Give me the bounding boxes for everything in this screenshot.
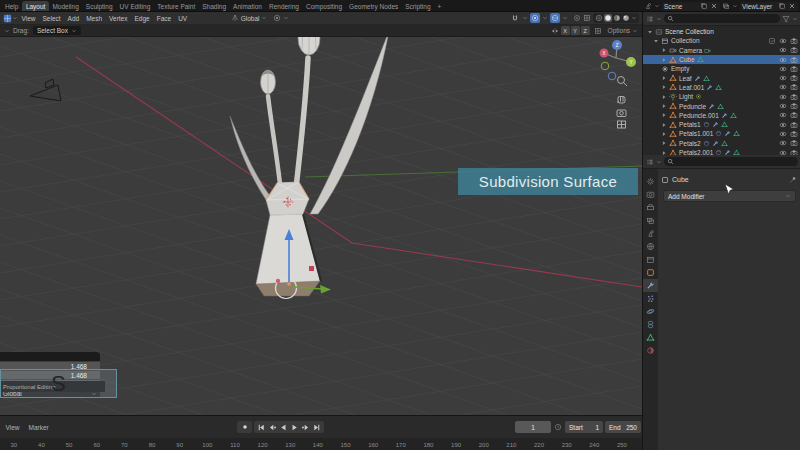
object-name[interactable]: Petals1 — [679, 121, 701, 128]
frame-ruler[interactable]: 3040506070809010011012013014015016017018… — [0, 438, 642, 450]
playback-button[interactable] — [267, 422, 278, 432]
disable-render-icon[interactable] — [790, 65, 798, 73]
new-viewlayer-icon[interactable] — [778, 2, 786, 10]
object-name[interactable]: Leaf — [679, 75, 692, 82]
outliner-filter-icon[interactable] — [782, 15, 790, 23]
tool-settings-chevron-icon[interactable] — [4, 28, 10, 34]
workspace-tab[interactable]: Modeling — [49, 1, 82, 11]
properties-tab[interactable] — [643, 344, 658, 357]
properties-search[interactable] — [664, 157, 798, 166]
playback-button[interactable] — [278, 422, 289, 432]
editor-type-icon[interactable] — [3, 14, 12, 23]
disable-render-icon[interactable] — [790, 111, 798, 119]
hide-icon[interactable] — [779, 93, 787, 101]
snap-base-icon[interactable] — [594, 27, 602, 35]
active-tool-dropdown[interactable]: Select Box — [33, 26, 81, 35]
outliner-object-row[interactable]: Petals2 — [643, 139, 800, 148]
proportional-editing-toggle[interactable] — [530, 13, 540, 23]
scene-icon[interactable] — [644, 2, 652, 10]
display-mode-chevron-icon[interactable] — [656, 16, 662, 22]
show-overlays-icon[interactable] — [583, 14, 591, 22]
properties-tab[interactable] — [643, 253, 658, 266]
navigation-gizmo[interactable]: X Z Y — [600, 40, 637, 80]
timeline-menu[interactable]: Marker — [25, 424, 52, 431]
workspace-tab[interactable]: Shading — [199, 1, 230, 11]
hide-icon[interactable] — [779, 37, 787, 45]
hide-icon[interactable] — [779, 102, 787, 110]
viewlayer-browse-chevron-icon[interactable] — [732, 3, 738, 9]
properties-display-icon[interactable] — [646, 158, 654, 166]
playback-button[interactable] — [256, 422, 267, 432]
properties-tab[interactable] — [643, 279, 658, 292]
exclude-checkbox-icon[interactable] — [768, 37, 776, 45]
workspace-tab[interactable]: Layout — [22, 1, 49, 11]
properties-tab[interactable] — [643, 331, 658, 344]
properties-tab[interactable] — [643, 318, 658, 331]
solid-shading-icon[interactable] — [604, 14, 612, 22]
options-chevron-icon[interactable] — [632, 28, 638, 34]
disable-render-icon[interactable] — [790, 74, 798, 82]
pin-icon[interactable] — [789, 176, 797, 184]
timeline-menu[interactable]: View — [2, 424, 23, 431]
snap-toggle[interactable] — [510, 13, 520, 23]
falloff-chevron-icon[interactable] — [562, 15, 568, 21]
rendered-shading-icon[interactable] — [622, 14, 630, 22]
collapse-icon[interactable] — [647, 29, 653, 35]
camera-view-icon[interactable] — [617, 110, 626, 117]
shading-chevron-icon[interactable] — [631, 15, 637, 21]
operator-panel-header[interactable] — [0, 352, 100, 361]
disable-render-icon[interactable] — [790, 130, 798, 138]
add-workspace-button[interactable]: + — [434, 1, 445, 11]
expand-icon[interactable] — [661, 57, 667, 63]
snap-chevron-icon[interactable] — [522, 15, 528, 21]
outliner-display-mode-icon[interactable] — [646, 15, 654, 23]
viewlayer-selector[interactable]: ViewLayer — [740, 2, 798, 11]
outliner-object-row[interactable]: Petals1 — [643, 120, 800, 129]
outliner-object-row[interactable]: Empty — [643, 64, 800, 73]
hide-icon[interactable] — [779, 121, 787, 129]
breadcrumb-object-name[interactable]: Cube — [672, 176, 689, 183]
outliner-object-row[interactable]: Light — [643, 92, 800, 101]
timeline[interactable]: ViewMarker 1 Start 1 End 250 30405060708… — [0, 415, 642, 450]
collapse-icon[interactable] — [653, 38, 659, 44]
properties-tab[interactable] — [643, 266, 658, 279]
hide-icon[interactable] — [779, 130, 787, 138]
close-viewlayer-icon[interactable] — [788, 2, 796, 10]
disable-render-icon[interactable] — [790, 139, 798, 147]
object-name[interactable]: Petals2 — [679, 140, 701, 147]
disable-render-icon[interactable] — [790, 83, 798, 91]
expand-icon[interactable] — [661, 140, 667, 146]
workspace-tab[interactable]: Compositing — [302, 1, 345, 11]
outliner-object-row[interactable]: Peduncle.001 — [643, 111, 800, 120]
pivot-point-dropdown[interactable] — [273, 14, 289, 22]
help-menu[interactable]: Help — [3, 2, 22, 11]
viewport-menu[interactable]: Vertex — [106, 15, 131, 22]
hide-icon[interactable] — [779, 46, 787, 54]
playback-button[interactable] — [289, 422, 300, 432]
properties-tab[interactable] — [643, 305, 658, 318]
object-name[interactable]: Empty — [671, 65, 689, 72]
options-dropdown[interactable]: Options — [608, 27, 630, 34]
disable-render-icon[interactable] — [790, 93, 798, 101]
expand-icon[interactable] — [661, 47, 667, 53]
object-name[interactable]: Camera — [679, 47, 702, 54]
viewport-menu[interactable]: Select — [39, 15, 64, 22]
playback-button[interactable] — [300, 422, 311, 432]
outliner-object-row[interactable]: Camera — [643, 46, 800, 55]
properties-chevron-icon[interactable] — [656, 159, 662, 165]
viewlayer-icon[interactable] — [722, 2, 730, 10]
viewport-menu[interactable]: Add — [64, 15, 83, 22]
hide-icon[interactable] — [779, 65, 787, 73]
viewport-menu[interactable]: UV — [175, 15, 191, 22]
expand-icon[interactable] — [661, 103, 667, 109]
proportional-falloff-toggle[interactable] — [550, 13, 560, 23]
expand-icon[interactable] — [661, 75, 667, 81]
workspace-tab[interactable]: UV Editing — [116, 1, 154, 11]
properties-tab[interactable] — [643, 240, 658, 253]
outliner-object-row[interactable]: Leaf.001 — [643, 83, 800, 92]
properties-tab[interactable] — [643, 214, 658, 227]
proportional-chevron-icon[interactable] — [542, 15, 548, 21]
object-name[interactable]: Leaf.001 — [679, 84, 704, 91]
properties-tab[interactable] — [643, 201, 658, 214]
outliner-object-row[interactable]: Peduncle — [643, 101, 800, 110]
